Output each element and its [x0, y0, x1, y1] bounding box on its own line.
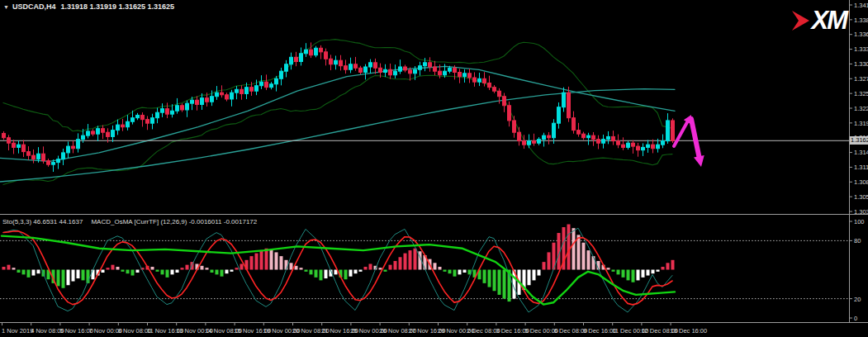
macd-bar	[221, 270, 224, 277]
candle-bull	[126, 121, 130, 126]
macd-bar	[211, 270, 214, 273]
candle-bull	[414, 69, 417, 74]
macd-bar	[166, 270, 169, 278]
macd-bar	[394, 261, 397, 270]
candle-bear	[548, 135, 551, 138]
macd-bar	[216, 270, 219, 275]
macd-bar	[72, 270, 75, 282]
candle-bear	[404, 67, 407, 70]
macd-bar	[567, 225, 571, 270]
candle-bear	[612, 136, 615, 140]
sub-axis-label: 0	[854, 315, 857, 322]
candle-bull	[553, 123, 556, 138]
price-label: 1.30580	[854, 193, 868, 201]
macd-bar	[201, 266, 204, 270]
macd-bar	[22, 270, 26, 275]
candle-bull	[463, 74, 467, 77]
candle-bear	[379, 68, 382, 72]
candle-bull	[275, 78, 278, 83]
candle-bear	[617, 141, 620, 145]
macd-bar	[458, 270, 462, 275]
candle-bear	[32, 155, 36, 159]
macd-bar	[439, 267, 442, 270]
chart-canvas[interactable]: 1.341551.338801.336051.333301.330551.327…	[0, 0, 868, 337]
candle-bull	[607, 136, 610, 139]
candle-bull	[602, 140, 605, 144]
macd-bar	[548, 252, 551, 269]
candle-bear	[483, 78, 486, 83]
candle-bear	[141, 115, 145, 119]
candle-bull	[270, 84, 273, 88]
candle-bear	[622, 145, 625, 147]
symbol-dropdown-icon[interactable]: ▼	[3, 4, 9, 10]
candle-bull	[235, 89, 239, 93]
macd-bar	[453, 270, 457, 277]
stochastic-label: Sto(5,3,3) 46.6531 44.1637	[2, 218, 83, 225]
macd-bar	[161, 270, 164, 275]
candle-bull	[280, 71, 283, 78]
candle-bull	[131, 118, 135, 122]
candle-bear	[344, 66, 348, 70]
macd-bar	[349, 270, 353, 277]
candle-bear	[429, 63, 432, 67]
candle-bear	[107, 132, 110, 136]
candle-bear	[374, 63, 377, 68]
candle-bull	[176, 106, 179, 111]
candle-bear	[577, 131, 581, 135]
candle-bear	[240, 89, 244, 93]
macd-bar	[67, 270, 70, 286]
macd-bar	[77, 270, 80, 279]
ma-slow-line	[0, 89, 675, 182]
candle-bull	[538, 140, 541, 144]
macd-bar	[102, 270, 105, 273]
candles-layer	[2, 42, 675, 172]
candle-bear	[221, 93, 224, 95]
macd-bar	[577, 235, 581, 269]
macd-bar	[260, 250, 263, 269]
candle-bear	[632, 143, 635, 146]
macd-bar	[270, 249, 273, 270]
candle-bull	[17, 145, 21, 147]
candle-bear	[389, 69, 392, 74]
candle-bull	[394, 71, 397, 75]
candle-bull	[186, 103, 189, 110]
macd-bar	[632, 270, 635, 282]
candle-bull	[424, 63, 427, 66]
macd-osma-label: MACD_OsMA [CurrTF] (12,26,9) -0.0016011 …	[91, 218, 257, 225]
macd-bar	[354, 270, 358, 274]
candle-bear	[339, 60, 343, 65]
candle-bull	[62, 153, 65, 159]
macd-bar	[136, 270, 140, 273]
candle-bear	[320, 48, 323, 52]
macd-bar	[176, 270, 179, 273]
candle-bull	[642, 147, 645, 150]
macd-bar	[637, 270, 640, 281]
candle-bear	[503, 97, 506, 106]
macd-bar	[384, 270, 387, 272]
price-label: 1.33330	[854, 45, 868, 53]
candle-bear	[354, 64, 358, 69]
macd-bar	[225, 270, 229, 274]
forecast-down-arrow	[691, 119, 704, 167]
macd-bar	[359, 270, 363, 272]
candle-bull	[57, 159, 60, 163]
forecast-down-arrow-shaft	[691, 119, 699, 156]
candle-bear	[439, 71, 442, 75]
candle-bull	[87, 131, 90, 135]
macd-bar	[488, 270, 491, 287]
macd-bar	[250, 256, 254, 269]
macd-bar	[315, 270, 318, 278]
macd-bar	[300, 268, 303, 269]
ohlc-values: 1.31918 1.31919 1.31625 1.31625	[60, 2, 174, 11]
candle-bear	[166, 109, 169, 114]
xm-logo: XM	[790, 6, 847, 36]
candle-bull	[399, 67, 402, 71]
macd-bar	[92, 270, 95, 280]
macd-bar	[305, 270, 308, 272]
price-label: 1.32505	[854, 90, 868, 97]
macd-bar	[662, 267, 665, 270]
macd-bar	[156, 270, 159, 272]
candle-bull	[587, 135, 591, 138]
macd-bar	[62, 270, 65, 288]
macd-bar	[325, 270, 328, 279]
